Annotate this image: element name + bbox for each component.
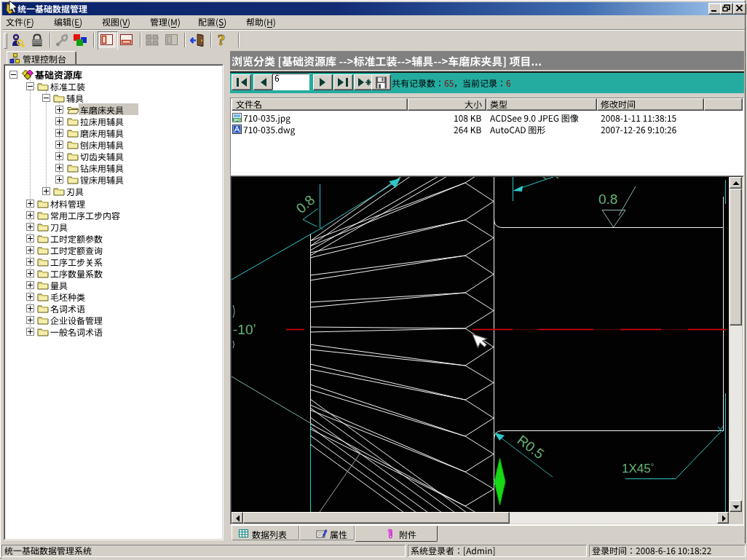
svg-text:?: ?: [218, 32, 226, 48]
svg-text:0.8: 0.8: [598, 192, 617, 207]
svg-text:-10ʼ: -10ʼ: [233, 322, 256, 337]
svg-text:JPG: JPG: [233, 118, 241, 122]
svg-text:1X45°: 1X45°: [622, 462, 654, 476]
